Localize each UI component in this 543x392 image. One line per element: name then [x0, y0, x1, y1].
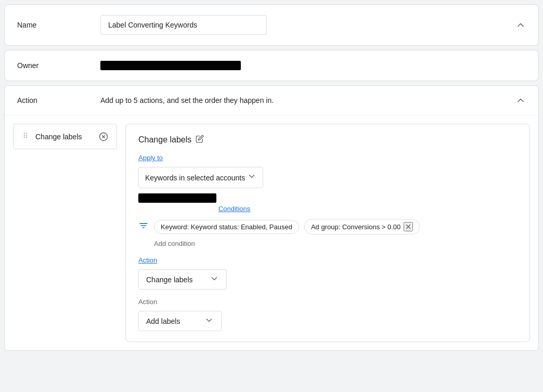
- condition-chip-2: Ad group: Conversions > 0.00: [304, 219, 420, 234]
- action-collapse-button[interactable]: [513, 93, 528, 108]
- owner-value-redacted: [100, 61, 241, 70]
- apply-to-dropdown-arrow-icon: [247, 172, 256, 184]
- action-detail-title-text: Change labels: [138, 135, 191, 145]
- action-label: Action: [17, 96, 100, 104]
- action-card: Action Add up to 5 actions, and set the …: [4, 85, 539, 351]
- action-item-remove-button[interactable]: [98, 131, 109, 142]
- apply-to-label[interactable]: Apply to: [138, 154, 163, 162]
- name-card: Name: [4, 4, 539, 46]
- conditions-label[interactable]: Conditions: [218, 205, 250, 213]
- condition-chip-1: Keyword: Keyword status: Enabled, Paused: [154, 220, 299, 234]
- action-section-label[interactable]: Action: [138, 256, 157, 264]
- add-condition-button[interactable]: Add condition: [138, 240, 517, 247]
- add-labels-dropdown-arrow-icon: [204, 316, 214, 326]
- conditions-row: Keyword: Keyword status: Enabled, Paused…: [138, 219, 517, 234]
- name-row: Name: [5, 5, 538, 45]
- name-collapse-button[interactable]: [513, 18, 528, 32]
- condition-chip-2-remove-button[interactable]: [404, 222, 413, 231]
- add-labels-dropdown[interactable]: Add labels: [138, 311, 222, 331]
- second-action-label: Action: [138, 298, 517, 306]
- name-input[interactable]: [100, 15, 267, 35]
- action-dropdown[interactable]: Change labels: [138, 269, 227, 290]
- drag-icon: [21, 130, 30, 142]
- owner-label: Owner: [17, 61, 100, 70]
- condition-chip-2-text: Ad group: Conversions > 0.00: [311, 223, 400, 231]
- action-sidebar: Change labels: [13, 124, 117, 342]
- sub-owner-redacted: [138, 193, 216, 203]
- edit-icon[interactable]: [196, 135, 204, 145]
- action-detail-title-row: Change labels: [138, 135, 517, 145]
- add-labels-dropdown-value: Add labels: [146, 317, 180, 325]
- action-item-label: Change labels: [35, 133, 93, 141]
- apply-to-dropdown[interactable]: Keywords in selected accounts: [138, 167, 263, 188]
- action-header: Action Add up to 5 actions, and set the …: [5, 86, 538, 115]
- owner-row: Owner: [5, 50, 538, 81]
- action-dropdown-arrow-icon: [210, 274, 219, 285]
- action-description: Add up to 5 actions, and set the order t…: [100, 96, 274, 104]
- action-list-item[interactable]: Change labels: [13, 124, 117, 149]
- action-body: Change labels Change labels: [5, 115, 538, 350]
- owner-card: Owner: [4, 50, 539, 81]
- action-detail-panel: Change labels Apply to Keywords in selec…: [125, 124, 530, 342]
- apply-to-dropdown-value: Keywords in selected accounts: [145, 174, 245, 182]
- action-dropdown-value: Change labels: [146, 276, 193, 284]
- filter-icon: [138, 220, 149, 233]
- name-content: [100, 15, 526, 35]
- condition-chip-1-text: Keyword: Keyword status: Enabled, Paused: [161, 223, 292, 231]
- name-label: Name: [17, 21, 100, 29]
